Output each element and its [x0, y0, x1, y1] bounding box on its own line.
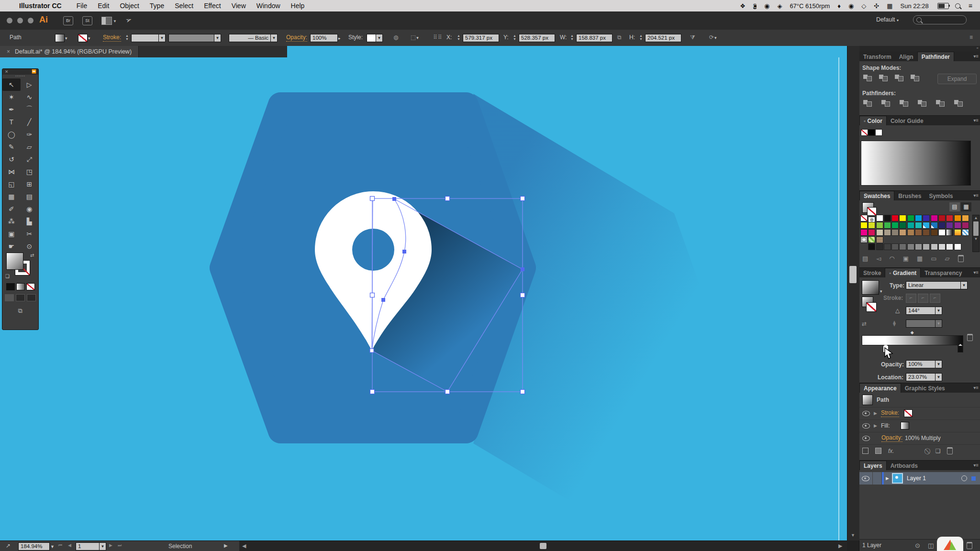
tab-appearance-appearance[interactable]: Appearance — [859, 383, 901, 393]
scroll-down-icon[interactable]: ▼ — [851, 533, 855, 538]
brush-definition-dropdown[interactable]: — Basic▼ — [229, 34, 278, 42]
delete-stop-trash-icon[interactable] — [967, 334, 973, 341]
swatch-1-11[interactable] — [946, 222, 953, 229]
diamond-outline-icon[interactable]: ◇ — [861, 2, 866, 10]
swatch-2-10[interactable] — [938, 229, 946, 236]
curvature-tool[interactable]: ⌒ — [21, 103, 39, 116]
appearance-stroke-label[interactable]: Stroke: — [881, 409, 899, 417]
tab-gradient-stroke[interactable]: Stroke — [859, 268, 885, 277]
delete-layer-icon[interactable] — [967, 542, 972, 549]
swatches-scrollbar[interactable]: ▲ ▼ — [972, 215, 980, 252]
aspect-ratio-field[interactable]: ▼ — [906, 320, 942, 328]
scroll-right-icon[interactable]: ▶ — [838, 543, 842, 549]
prev-artboard-icon[interactable]: ◀ — [68, 543, 71, 548]
exclude-icon[interactable] — [910, 74, 921, 82]
gradient-type-dropdown[interactable]: Linear▼ — [906, 281, 968, 289]
add-effect-icon[interactable]: fx. — [888, 448, 894, 454]
document-setup-globe-icon[interactable]: ◍ — [393, 34, 398, 41]
type-tool[interactable]: T — [2, 116, 21, 128]
panel-menu-icon[interactable]: ▾≡ — [973, 193, 979, 198]
scale-tool[interactable]: ⤢ — [21, 153, 39, 165]
gradient-thumbnail-arrow[interactable]: ▾ — [880, 289, 882, 294]
swatch-2-0[interactable] — [860, 229, 868, 236]
new-color-group-icon[interactable]: ▦ — [917, 255, 923, 262]
swatch-4-8[interactable] — [923, 243, 930, 250]
delete-swatch-icon[interactable] — [958, 255, 964, 262]
scroll-up-icon[interactable]: ▲ — [973, 215, 979, 221]
canvas-area[interactable]: ×Default.ai* @ 184.94% (RGB/GPU Preview) — [0, 46, 847, 540]
default-fill-stroke-icon[interactable]: ❏ — [5, 274, 10, 279]
swatch-3-10[interactable] — [938, 236, 946, 243]
swatch-4-9[interactable] — [931, 243, 938, 250]
tab-layers-layers[interactable]: Layers — [859, 461, 887, 470]
appearance-opacity-row[interactable]: Opacity: 100% Multiply — [859, 432, 980, 445]
panel-menu-icon[interactable]: ▾≡ — [973, 463, 979, 468]
unite-icon[interactable] — [862, 74, 874, 82]
gradient-opacity-field[interactable]: 100%▼ — [906, 360, 942, 368]
hscroll-thumb[interactable] — [540, 543, 546, 549]
swatch-0-13[interactable] — [962, 215, 969, 221]
divide-icon[interactable] — [862, 99, 874, 108]
tab-appearance-graphic-styles[interactable]: Graphic Styles — [901, 384, 949, 393]
zoom-window-button[interactable] — [28, 18, 33, 23]
arrange-documents-arrow[interactable]: ▼ — [113, 19, 117, 23]
intersect-icon[interactable] — [894, 74, 905, 82]
stroke-along-icon[interactable]: ⌐ — [918, 294, 928, 303]
bridge-button[interactable]: Br — [63, 16, 73, 25]
gradient-tool[interactable]: ▤ — [21, 190, 39, 203]
swatch-1-8[interactable] — [923, 222, 930, 229]
swatch-1-9[interactable] — [931, 222, 938, 229]
swatch-libraries-icon[interactable]: ▤ — [862, 255, 868, 262]
swatch-3-12[interactable] — [954, 236, 961, 243]
mesh-tool[interactable]: ▦ — [2, 190, 21, 203]
swatch-3-5[interactable] — [899, 236, 906, 243]
graph-tool[interactable]: ▙ — [21, 215, 39, 228]
swatch-options-icon[interactable]: ▣ — [903, 255, 909, 262]
swatch-0-6[interactable] — [907, 215, 914, 221]
swap-fill-stroke-icon[interactable]: ⇄ — [30, 253, 34, 258]
fan-icon[interactable]: ✣ — [874, 2, 879, 10]
dock-app-icon[interactable] — [937, 537, 963, 551]
dropbox-icon[interactable]: ❖ — [740, 2, 746, 10]
swatch-2-6[interactable] — [907, 229, 914, 236]
swatch-0-10[interactable] — [938, 215, 946, 221]
shape-builder-tool[interactable]: ◱ — [2, 178, 21, 190]
last-artboard-icon[interactable]: ⏭ — [118, 543, 122, 548]
selection-tool[interactable]: ↖ — [2, 78, 21, 91]
new-stroke-icon[interactable] — [862, 448, 869, 454]
export-status-icon[interactable]: ↗ — [6, 542, 11, 549]
duplicate-item-icon[interactable]: ❏ — [935, 448, 941, 454]
width-profile-dropdown[interactable]: ▼ — [168, 34, 221, 42]
pencil-tool[interactable]: ✎ — [2, 141, 21, 153]
stroke-within-icon[interactable]: ⌐ — [906, 294, 916, 303]
tab-color-color[interactable]: ◦ Color — [859, 116, 887, 125]
gradient-angle-field[interactable]: 144°▼ — [906, 307, 942, 315]
swatch-3-3[interactable] — [884, 236, 891, 243]
w-stepper[interactable]: ▲▼ — [570, 34, 574, 41]
notification-center-icon[interactable]: ≡ — [969, 2, 972, 10]
swatch-0-2[interactable] — [876, 215, 883, 221]
tab-swatches-symbols[interactable]: Symbols — [925, 191, 957, 200]
constrain-proportions-icon[interactable]: ⧉ — [617, 34, 622, 41]
fill-swatch[interactable]: ▾ — [55, 34, 67, 42]
x-field[interactable]: 579.317 px — [463, 34, 499, 42]
swatch-4-11[interactable] — [946, 243, 953, 250]
lasso-tool[interactable]: ∿ — [21, 91, 39, 103]
swatch-4-4[interactable] — [891, 243, 899, 250]
swatch-1-13[interactable] — [962, 222, 969, 229]
expand-arrow-icon[interactable]: ▶ — [874, 411, 877, 416]
direct-selection-tool[interactable]: ▷ — [21, 78, 39, 91]
swatch-0-5[interactable] — [899, 215, 906, 221]
free-transform-tool[interactable]: ◳ — [21, 165, 39, 178]
menu-item-type[interactable]: Type — [150, 2, 164, 10]
swatch-0-8[interactable] — [923, 215, 930, 221]
new-fill-icon[interactable] — [875, 448, 881, 454]
stroke-weight-stepper[interactable]: ▲▼ — [125, 34, 129, 41]
color-gradient-none-row[interactable] — [2, 283, 38, 290]
swatch-4-2[interactable] — [876, 243, 883, 250]
battery-icon[interactable] — [937, 3, 949, 9]
swatch-2-13[interactable] — [962, 229, 969, 236]
swatch-1-7[interactable] — [915, 222, 922, 229]
swatch-0-11[interactable] — [946, 215, 953, 221]
swatch-4-3[interactable] — [884, 243, 891, 250]
